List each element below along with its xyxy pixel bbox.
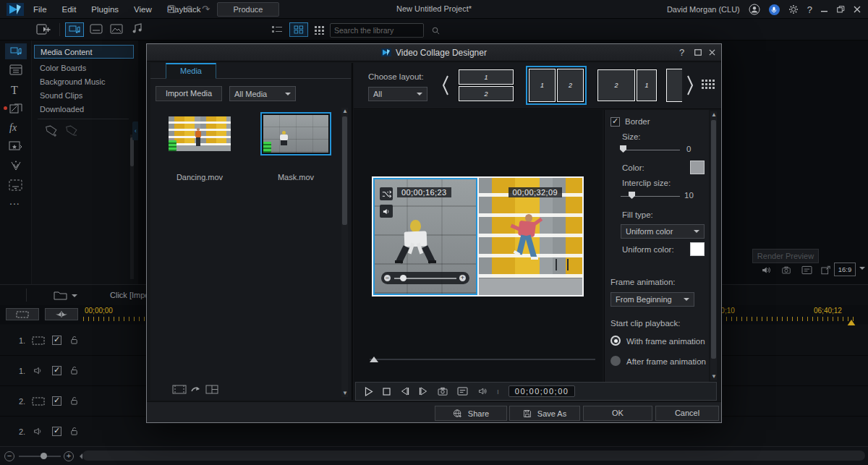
- sidebar-item-sound-clips[interactable]: Sound Clips: [40, 91, 82, 100]
- search-input[interactable]: [334, 26, 432, 35]
- fill-type-dropdown[interactable]: Uniform color: [621, 224, 705, 239]
- share-button[interactable]: Share: [435, 406, 507, 421]
- dialog-maximize-button[interactable]: [694, 49, 702, 56]
- timeline-scroll-left-arrow[interactable]: [77, 453, 82, 459]
- window-close-button[interactable]: [854, 6, 861, 13]
- menu-edit[interactable]: Edit: [62, 5, 77, 14]
- sidebar-item-media-content[interactable]: Media Content: [34, 45, 134, 59]
- rail-fx-icon[interactable]: fx: [9, 122, 17, 134]
- timeline-zoom-track[interactable]: [19, 456, 61, 457]
- track-lock-icon[interactable]: [69, 335, 79, 345]
- preview-seek-handle[interactable]: [370, 352, 378, 362]
- aspect-ratio-selector[interactable]: 16:9: [834, 263, 856, 276]
- frame-animation-dropdown[interactable]: From Beginning: [610, 292, 694, 307]
- volume-button[interactable]: [477, 387, 488, 396]
- sidebar-item-color-boards[interactable]: Color Boards: [40, 64, 86, 72]
- media-thumb-dancing[interactable]: [169, 116, 231, 151]
- save-icon[interactable]: [167, 4, 176, 14]
- menu-view[interactable]: View: [134, 5, 152, 14]
- dialog-help-icon[interactable]: [679, 47, 684, 58]
- track-manager-button[interactable]: [6, 308, 39, 320]
- timeline-folder-icon[interactable]: [54, 290, 67, 300]
- uniform-color-swatch[interactable]: [690, 242, 705, 256]
- list-view-icon[interactable]: [272, 25, 283, 34]
- track-enable-checkbox[interactable]: [52, 427, 61, 436]
- layout-thumb-two-columns-selected[interactable]: 1 2: [526, 66, 587, 105]
- user-avatar-icon[interactable]: [749, 4, 760, 15]
- sidebar-item-downloaded[interactable]: Downloaded: [40, 105, 84, 114]
- save-as-button[interactable]: Save As: [509, 406, 580, 421]
- window-minimize-button[interactable]: [821, 6, 828, 13]
- sidebar-item-background-music[interactable]: Background Music: [40, 77, 106, 86]
- player-undock-icon[interactable]: [821, 265, 831, 275]
- border-size-handle[interactable]: [620, 145, 626, 153]
- next-frame-button[interactable]: [419, 387, 428, 396]
- settings-gear-icon[interactable]: [788, 4, 799, 14]
- title-room-icon[interactable]: [90, 24, 103, 34]
- layout-thumb-partial[interactable]: [666, 69, 682, 102]
- user-name[interactable]: David Morgan (CLU): [667, 5, 740, 14]
- add-tag-icon[interactable]: [45, 124, 59, 137]
- remove-tag-icon[interactable]: [65, 124, 80, 137]
- preview-seek-track[interactable]: [370, 359, 595, 360]
- layout-scroll-left-icon[interactable]: [441, 73, 451, 98]
- interclip-size-handle[interactable]: [629, 192, 635, 199]
- rail-title-icon[interactable]: T: [11, 84, 18, 97]
- layout-thumb-rows[interactable]: 1 2: [458, 69, 514, 102]
- window-restore-button[interactable]: [837, 6, 845, 13]
- rail-media-icon[interactable]: [5, 43, 27, 59]
- radio-with-frame-animation[interactable]: [610, 336, 621, 346]
- player-snapshot-icon[interactable]: [781, 265, 791, 275]
- track-enable-checkbox[interactable]: [52, 366, 61, 375]
- timeline-playhead[interactable]: [847, 315, 856, 326]
- rail-transition-icon[interactable]: [9, 103, 22, 114]
- snapshot-button[interactable]: [438, 387, 448, 396]
- ok-button[interactable]: OK: [583, 406, 652, 421]
- track-enable-checkbox[interactable]: [52, 396, 61, 406]
- search-icon[interactable]: [432, 27, 440, 35]
- aspect-caret-icon[interactable]: [859, 267, 865, 273]
- library-search-box[interactable]: [330, 23, 424, 38]
- rail-boards-icon[interactable]: [9, 64, 22, 75]
- stop-button[interactable]: [383, 388, 391, 396]
- rail-pip-icon[interactable]: [9, 141, 22, 152]
- media-room-tab[interactable]: [65, 22, 84, 37]
- layout-filter-dropdown[interactable]: All: [368, 87, 427, 101]
- settings-scrollbar[interactable]: ▲ ▼: [710, 111, 717, 380]
- notification-badge[interactable]: [769, 4, 780, 15]
- previous-frame-button[interactable]: [400, 387, 409, 396]
- timeline-zoom-in-button[interactable]: +: [64, 451, 74, 461]
- track-enable-checkbox[interactable]: [52, 336, 61, 345]
- rail-more-icon[interactable]: ...: [9, 195, 20, 207]
- border-size-slider[interactable]: [621, 150, 680, 150]
- dialog-title-bar[interactable]: Video Collage Designer: [147, 44, 721, 61]
- display-options-button[interactable]: [457, 387, 468, 396]
- dialog-timecode-display[interactable]: 00;00;00;00: [509, 385, 576, 397]
- radio-after-frame-animation[interactable]: [610, 356, 621, 366]
- dialog-close-button[interactable]: [709, 49, 715, 56]
- rail-subtitle-icon[interactable]: [9, 179, 22, 191]
- insert-into-collage-control[interactable]: [172, 385, 218, 394]
- snap-toggle-button[interactable]: [45, 308, 78, 320]
- border-color-swatch[interactable]: [690, 161, 705, 174]
- render-preview-button[interactable]: Render Preview: [752, 249, 819, 263]
- photo-room-icon[interactable]: [110, 24, 123, 34]
- rail-particle-icon[interactable]: [10, 161, 22, 171]
- track-lock-icon[interactable]: [69, 396, 79, 406]
- sort-grid-icon[interactable]: [314, 25, 324, 35]
- sidebar-scrollbar[interactable]: [130, 135, 134, 279]
- grid-view-button[interactable]: [289, 22, 308, 37]
- play-button[interactable]: [365, 387, 373, 396]
- help-icon[interactable]: [807, 4, 812, 15]
- track-lock-icon[interactable]: [69, 365, 79, 375]
- player-info-icon[interactable]: [801, 265, 812, 275]
- tab-media[interactable]: Media: [166, 63, 216, 79]
- timeline-zoom-handle[interactable]: [41, 453, 47, 459]
- timeline-folder-caret[interactable]: [72, 294, 77, 300]
- menu-file[interactable]: File: [33, 5, 47, 14]
- produce-button[interactable]: Produce: [217, 2, 279, 17]
- media-filter-dropdown[interactable]: All Media: [229, 86, 296, 101]
- undo-icon[interactable]: ↶: [184, 4, 192, 14]
- media-thumb-mask[interactable]: [260, 112, 331, 155]
- media-pane-scrollbar[interactable]: ▲ ▼: [341, 108, 348, 397]
